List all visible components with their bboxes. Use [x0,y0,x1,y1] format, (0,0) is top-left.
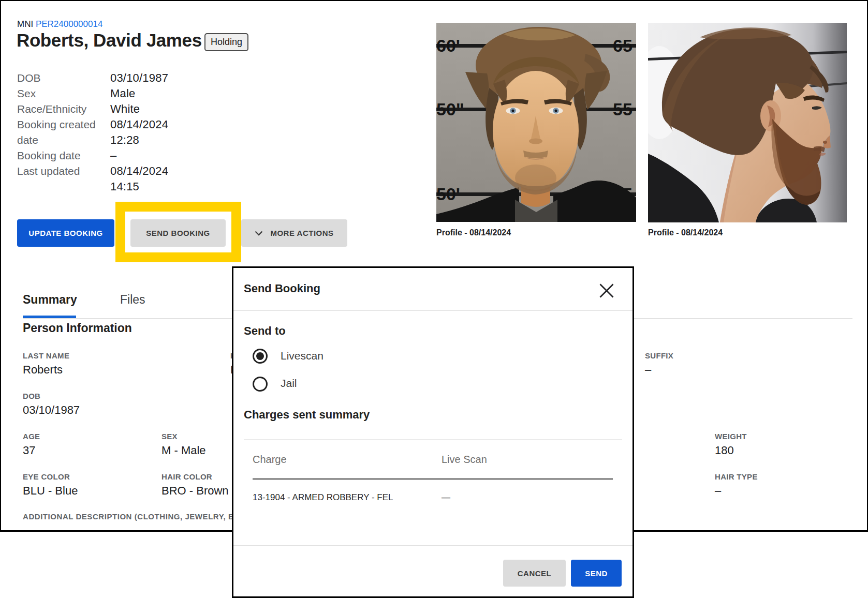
svg-text:65: 65 [613,36,632,55]
svg-text:60': 60' [436,36,460,55]
svg-text:55: 55 [613,99,632,119]
svg-text:50': 50' [436,184,460,204]
svg-text:50": 50" [436,99,464,119]
